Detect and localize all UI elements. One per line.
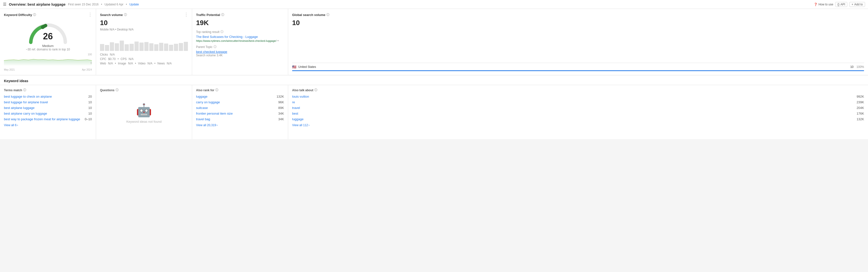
list-item: best way to package frozen meat for airp…	[4, 117, 92, 121]
also-rank-item-3[interactable]: suitcase	[196, 106, 208, 110]
also-talk-item-4[interactable]: best	[292, 112, 298, 115]
sv-bar	[115, 43, 119, 51]
kd-help-icon[interactable]: ⓘ	[33, 13, 36, 17]
chevron-right-icon: ›	[17, 124, 18, 127]
also-talk-item-5[interactable]: luggage	[292, 117, 304, 121]
list-item: re 239K	[292, 100, 864, 104]
sv-bar	[174, 44, 178, 51]
sv-clicks-value: N/A	[110, 53, 115, 56]
list-item: best airplane carry on luggage 10	[4, 112, 92, 115]
menu-icon[interactable]: ☰	[3, 2, 6, 7]
update-link[interactable]: Update	[129, 3, 139, 6]
also-rank-item-4[interactable]: frontier personal item size	[196, 112, 233, 115]
terms-match-item-2[interactable]: best luggage for airplane travel	[4, 100, 48, 104]
gsv-country-row: 🇺🇸 United States 10 100%	[292, 63, 864, 69]
api-button[interactable]: {} API	[835, 2, 847, 7]
also-talk-view-all[interactable]: View all 112 ›	[292, 124, 864, 127]
questions-empty: 🤖 Keyword ideas not found	[100, 95, 188, 132]
also-rank-vol-5: 34K	[278, 117, 284, 121]
gsv-country-vol: 10	[850, 65, 854, 69]
terms-match-vol-5: 0–10	[85, 117, 92, 121]
tp-url[interactable]: https://www.nytimes.com/wirecutter/revie…	[196, 39, 276, 42]
tp-help-icon[interactable]: ⓘ	[221, 13, 224, 17]
also-talk-item-3[interactable]: travel	[292, 106, 300, 110]
sv-desktop-label: Desktop	[117, 28, 128, 31]
also-rank-for-column: Also rank for ⓘ luggage 132K carry on lu…	[192, 85, 288, 139]
kd-sublabel: ~30 ref. domains to rank in top 10	[26, 48, 70, 51]
sv-bar	[184, 42, 188, 51]
also-rank-item-5[interactable]: travel bag	[196, 117, 210, 121]
sv-value: 10	[100, 19, 188, 27]
sv-bar	[125, 44, 129, 51]
sv-cpc-label: CPC	[100, 57, 106, 61]
terms-match-item-1[interactable]: best luggage to check on airplane	[4, 95, 52, 98]
sv-bar	[134, 41, 139, 51]
terms-match-item-5[interactable]: best way to package frozen meat for airp…	[4, 117, 80, 121]
sv-menu-button[interactable]: ⋮	[184, 12, 188, 17]
terms-match-vol-3: 10	[88, 106, 92, 110]
tp-top-help-icon[interactable]: ⓘ	[220, 30, 223, 34]
also-rank-view-all[interactable]: View all 20,319 ›	[196, 124, 284, 127]
terms-match-item-4[interactable]: best airplane carry on luggage	[4, 112, 47, 115]
sv-help-icon[interactable]: ⓘ	[124, 13, 127, 17]
terms-match-column: Terms match ⓘ best luggage to check on a…	[0, 85, 96, 139]
sv-card-title: Search volume ⓘ	[100, 13, 188, 17]
kd-menu-button[interactable]: ⋮	[88, 12, 92, 17]
tp-top-ranking-title[interactable]: The Best Suitcases for Checking - Luggag…	[196, 35, 258, 39]
also-rank-vol-3: 89K	[278, 106, 284, 110]
also-rank-item-2[interactable]: carry on luggage	[196, 100, 220, 104]
kd-y-max: 100	[88, 53, 92, 56]
sv-cps-value: N/A	[129, 57, 133, 61]
questions-title: Questions ⓘ	[100, 88, 188, 92]
list-item: luggage 132K	[196, 95, 284, 98]
terms-match-view-all[interactable]: View all 6 ›	[4, 124, 92, 127]
sv-bar	[110, 42, 114, 51]
plus-icon: +	[851, 3, 853, 6]
header-separator: •	[101, 3, 102, 6]
list-item: best luggage to check on airplane 20	[4, 95, 92, 98]
also-rank-vol-2: 96K	[278, 100, 284, 104]
gsv-value: 10	[292, 19, 864, 27]
also-talk-item-1[interactable]: louis vuitton	[292, 95, 309, 98]
sv-image-label: Image	[118, 62, 126, 65]
header-first-seen: First seen 15 Dec 2016	[68, 3, 98, 6]
api-icon: {}	[837, 3, 839, 6]
also-rank-item-1[interactable]: luggage	[196, 95, 207, 98]
header-right: ❓ How to use {} API + Add to	[814, 2, 865, 7]
tp-parent-vol: Search volume 3.4K	[196, 54, 284, 57]
questions-column: Questions ⓘ 🤖 Keyword ideas not found	[96, 85, 192, 139]
list-item: luggage 132K	[292, 117, 864, 121]
gsv-help-icon[interactable]: ⓘ	[327, 13, 329, 17]
sv-mobile-value: N/A	[110, 28, 114, 31]
list-item: travel 204K	[292, 106, 864, 110]
list-item: louis vuitton 992K	[292, 95, 864, 98]
also-talk-vol-4: 176K	[857, 112, 864, 115]
sv-news-label: News	[157, 62, 165, 65]
sv-image-value: N/A	[128, 62, 133, 65]
kd-chart-dates: May 2021 Apr 2024	[4, 68, 92, 71]
gsv-country-name: United States	[298, 65, 848, 69]
sv-info: Clicks N/A CPC $0.70 • CPS N/A Web N/A •…	[100, 53, 188, 65]
kd-card-title: Keyword Difficulty ⓘ	[4, 13, 92, 17]
list-item: carry on luggage 96K	[196, 100, 284, 104]
tp-parent-help[interactable]: ⓘ	[214, 45, 217, 49]
sv-bar	[154, 44, 158, 51]
terms-match-help[interactable]: ⓘ	[23, 88, 26, 92]
add-to-button[interactable]: + Add to	[849, 2, 865, 7]
also-rank-help[interactable]: ⓘ	[215, 88, 218, 92]
tp-url-dropdown[interactable]: ▾	[277, 39, 279, 42]
terms-match-title: Terms match ⓘ	[4, 88, 92, 92]
also-talk-vol-1: 992K	[857, 95, 864, 98]
also-talk-help[interactable]: ⓘ	[314, 88, 317, 92]
how-to-use-button[interactable]: ❓ How to use	[814, 3, 833, 6]
terms-match-item-3[interactable]: best airplane luggage	[4, 106, 34, 110]
questions-help[interactable]: ⓘ	[116, 88, 119, 92]
also-talk-vol-5: 132K	[857, 117, 864, 121]
also-talk-item-2[interactable]: re	[292, 100, 295, 104]
traffic-potential-card: Traffic Potential ⓘ 19K Top ranking resu…	[192, 9, 288, 75]
gsv-country-section: 🇺🇸 United States 10 100%	[292, 63, 864, 71]
tp-parent-link[interactable]: best checked luggage	[196, 50, 227, 54]
kd-gauge: 26 Medium ~30 ref. domains to rank in to…	[4, 19, 92, 51]
sv-clicks-label: Clicks	[100, 53, 108, 56]
search-volume-card: Search volume ⓘ ⋮ 10 Mobile N/A • Deskto…	[96, 9, 192, 75]
